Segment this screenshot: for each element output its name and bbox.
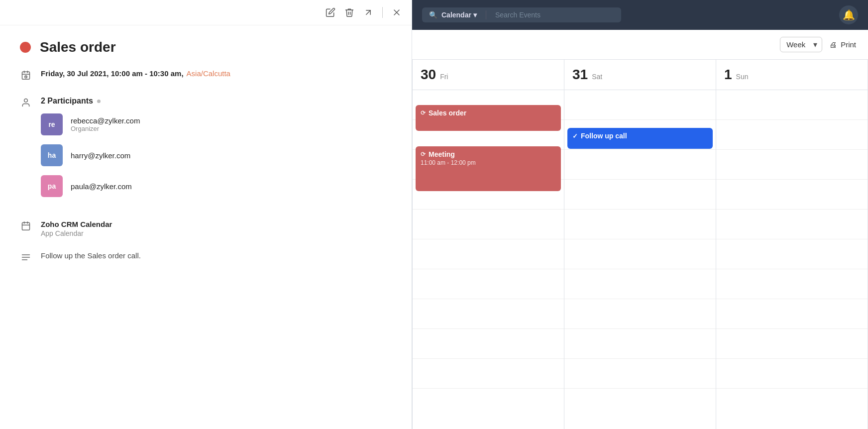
time-slot <box>564 150 716 180</box>
time-slot <box>716 180 868 210</box>
day-name-sun: Sun <box>736 73 749 81</box>
delete-button[interactable] <box>344 7 354 17</box>
avatar-rebecca: re <box>41 113 63 135</box>
time-slot <box>716 269 868 299</box>
participant-email: harry@zylker.com <box>71 151 130 160</box>
time-slot <box>413 299 564 329</box>
participant-item: re rebecca@zylker.com Organizer <box>41 113 392 135</box>
notifications-button[interactable]: 🔔 <box>839 5 858 24</box>
notes-row: Follow up the Sales order call. <box>20 251 392 265</box>
day-body-sat: ✓ Follow up call <box>564 90 716 429</box>
svg-line-0 <box>366 10 370 14</box>
edit-button[interactable] <box>326 7 335 17</box>
participant-info-rebecca: rebecca@zylker.com Organizer <box>71 116 140 132</box>
time-slot <box>716 359 868 389</box>
search-input[interactable]: Search Events <box>495 11 541 19</box>
search-divider <box>486 10 486 19</box>
sales-order-event[interactable]: ⟳ Sales order <box>416 105 561 131</box>
checkmark-icon: ✓ <box>572 132 578 140</box>
close-button[interactable] <box>392 7 402 17</box>
event-title: ⟳ Meeting <box>421 150 556 158</box>
calendar-dropdown[interactable]: Calendar ▾ <box>441 11 477 19</box>
calendar-sub: App Calendar <box>41 229 392 237</box>
event-content: Sales order Friday, 30 Jul 2021, 10:00 a… <box>0 25 412 429</box>
view-select[interactable]: Week <box>780 37 822 52</box>
day-number-fri: 30 <box>421 67 436 83</box>
notes-content: Follow up the Sales order call. <box>41 251 392 260</box>
notes-icon <box>20 252 32 265</box>
time-slot <box>716 90 868 120</box>
time-slot <box>413 269 564 299</box>
time-slot <box>413 329 564 359</box>
svg-rect-11 <box>22 222 30 230</box>
day-body-fri: ⟳ Sales order ⟳ Meeting 11:00 am - 12:00… <box>413 90 564 429</box>
time-slot <box>716 239 868 269</box>
calendar-content: Zoho CRM Calendar App Calendar <box>41 220 392 237</box>
calendar-grid: 30 Fri ⟳ Sales order <box>412 60 868 429</box>
day-column-sun: 1 Sun <box>716 60 868 429</box>
time-slot <box>716 150 868 180</box>
participant-email: paula@zylker.com <box>71 182 132 191</box>
day-body-sun <box>716 90 868 429</box>
search-bar[interactable]: 🔍 Calendar ▾ Search Events <box>422 7 621 22</box>
time-slot <box>564 90 716 120</box>
expand-button[interactable] <box>363 7 373 17</box>
timezone-text: Asia/Calcutta <box>187 69 230 78</box>
print-icon: 🖨 <box>829 40 837 49</box>
participants-status-dot <box>97 100 101 103</box>
time-slot <box>564 299 716 329</box>
participants-content: 2 Participants re rebecca@zylker.com Org… <box>41 97 392 206</box>
meeting-event[interactable]: ⟳ Meeting 11:00 am - 12:00 pm <box>416 146 561 191</box>
time-slot <box>564 329 716 359</box>
datetime-content: Friday, 30 Jul 2021, 10:00 am - 10:30 am… <box>41 69 392 78</box>
participants-row: 2 Participants re rebecca@zylker.com Org… <box>20 97 392 206</box>
notes-text: Follow up the Sales order call. <box>41 251 141 260</box>
time-slot <box>413 359 564 389</box>
chevron-down-icon: ▾ <box>473 11 477 19</box>
time-slot <box>564 269 716 299</box>
event-title-row: Sales order <box>20 39 392 55</box>
participants-label: 2 Participants <box>41 97 392 106</box>
event-toolbar <box>0 0 412 25</box>
participant-item: pa paula@zylker.com <box>41 175 392 197</box>
calendar-name: Zoho CRM Calendar <box>41 220 392 228</box>
time-slot <box>564 210 716 239</box>
clock-icon <box>20 70 32 83</box>
time-slot <box>716 299 868 329</box>
crm-icon: ⟳ <box>421 151 426 158</box>
time-slot <box>564 180 716 210</box>
day-name-fri: Fri <box>440 73 448 81</box>
svg-line-9 <box>26 77 26 77</box>
follow-up-call-event[interactable]: ✓ Follow up call <box>567 128 713 149</box>
day-header-sun: 1 Sun <box>716 60 868 90</box>
calendar-row: Zoho CRM Calendar App Calendar <box>20 220 392 237</box>
event-detail-panel: Sales order Friday, 30 Jul 2021, 10:00 a… <box>0 0 412 429</box>
day-column-fri: 30 Fri ⟳ Sales order <box>413 60 564 429</box>
calendar-toolbar: Week 🖨 Print <box>412 30 868 60</box>
participants-icon <box>20 98 32 110</box>
event-title: ⟳ Sales order <box>421 109 556 117</box>
participant-email: rebecca@zylker.com <box>71 116 140 125</box>
day-column-sat: 31 Sat ✓ Follow up call <box>564 60 716 429</box>
time-slot <box>716 329 868 359</box>
svg-point-10 <box>24 99 28 103</box>
participant-item: ha harry@zylker.com <box>41 144 392 166</box>
crm-icon: ⟳ <box>421 109 426 116</box>
week-select-wrapper[interactable]: Week <box>780 37 822 52</box>
calendar-icon <box>20 221 32 233</box>
avatar-harry: ha <box>41 144 63 166</box>
time-slot <box>413 239 564 269</box>
event-color-dot <box>20 42 31 53</box>
toolbar-divider <box>382 7 383 18</box>
calendar-header: 🔍 Calendar ▾ Search Events 🔔 <box>412 0 868 30</box>
participant-info-harry: harry@zylker.com <box>71 151 130 160</box>
time-slot <box>413 210 564 239</box>
event-title: ✓ Follow up call <box>572 132 708 140</box>
time-slot <box>564 359 716 389</box>
day-header-fri: 30 Fri <box>413 60 564 90</box>
day-name-sat: Sat <box>592 73 602 81</box>
search-icon: 🔍 <box>429 11 437 19</box>
time-slot <box>716 120 868 150</box>
time-slot <box>564 239 716 269</box>
print-button[interactable]: 🖨 Print <box>829 40 856 49</box>
